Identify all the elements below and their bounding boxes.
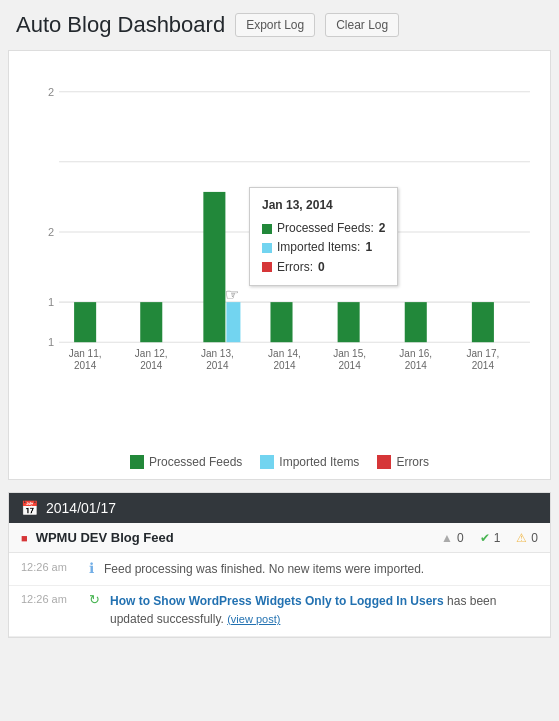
bar-jan11-processed — [74, 302, 96, 342]
svg-text:☞: ☞ — [225, 285, 239, 303]
post-link[interactable]: How to Show WordPress Widgets Only to Lo… — [110, 594, 444, 608]
bar-jan15-processed — [338, 302, 360, 342]
bar-jan12-processed — [140, 302, 162, 342]
errors-count: 0 — [531, 531, 538, 545]
svg-text:2014: 2014 — [140, 360, 163, 371]
view-post-link[interactable]: (view post) — [227, 613, 280, 625]
feed-toggle-button[interactable]: ■ — [21, 532, 28, 544]
page-header: Auto Blog Dashboard Export Log Clear Log — [0, 0, 559, 50]
arrow-up-icon: ▲ — [441, 531, 453, 545]
bar-jan17-processed — [472, 302, 494, 342]
tooltip-errors-row: Errors: 0 — [262, 258, 385, 277]
bar-jan13-processed[interactable] — [203, 192, 225, 342]
svg-text:2014: 2014 — [339, 360, 362, 371]
tooltip-processed-row: Processed Feeds: 2 — [262, 219, 385, 238]
svg-text:1: 1 — [48, 336, 54, 348]
svg-text:Jan 12,: Jan 12, — [135, 348, 168, 359]
tooltip-imported-label: Imported Items: — [277, 238, 360, 257]
svg-text:2014: 2014 — [405, 360, 428, 371]
tooltip-errors-label: Errors: — [277, 258, 313, 277]
svg-text:1: 1 — [48, 296, 54, 308]
legend-errors-box — [377, 455, 391, 469]
svg-text:Jan 14,: Jan 14, — [268, 348, 301, 359]
svg-text:2014: 2014 — [206, 360, 229, 371]
info-icon: ℹ — [89, 560, 94, 576]
legend-imported: Imported Items — [260, 455, 359, 469]
svg-text:Jan 13,: Jan 13, — [201, 348, 234, 359]
tooltip-errors-icon — [262, 262, 272, 272]
svg-text:Jan 15,: Jan 15, — [333, 348, 366, 359]
warning-triangle-icon: ⚠ — [516, 531, 527, 545]
log-text-2: How to Show WordPress Widgets Only to Lo… — [110, 592, 538, 628]
svg-text:2014: 2014 — [472, 360, 495, 371]
tooltip-processed-label: Processed Feeds: — [277, 219, 374, 238]
tooltip-errors-val: 0 — [318, 258, 325, 277]
legend-imported-label: Imported Items — [279, 455, 359, 469]
bar-jan16-processed — [405, 302, 427, 342]
log-date: 2014/01/17 — [46, 500, 116, 516]
svg-text:2014: 2014 — [273, 360, 296, 371]
svg-text:Jan 16,: Jan 16, — [399, 348, 432, 359]
log-time-2: 12:26 am — [21, 592, 79, 605]
stat-processed: ✔ 1 — [480, 531, 501, 545]
svg-text:2014: 2014 — [74, 360, 97, 371]
feed-name: WPMU DEV Blog Feed — [36, 530, 174, 545]
svg-text:Jan 17,: Jan 17, — [466, 348, 499, 359]
feed-row: ■ WPMU DEV Blog Feed ▲ 0 ✔ 1 ⚠ 0 — [9, 523, 550, 553]
feed-stats: ▲ 0 ✔ 1 ⚠ 0 — [441, 531, 538, 545]
imports-count: 0 — [457, 531, 464, 545]
tooltip-imported-val: 1 — [365, 238, 372, 257]
legend-errors: Errors — [377, 455, 429, 469]
log-section: 📅 2014/01/17 ■ WPMU DEV Blog Feed ▲ 0 ✔ … — [8, 492, 551, 638]
bar-jan13-imported[interactable] — [226, 302, 240, 342]
tooltip-imported-row: Imported Items: 1 — [262, 238, 385, 257]
svg-text:Jan 11,: Jan 11, — [69, 348, 102, 359]
chart-legend: Processed Feeds Imported Items Errors — [19, 455, 540, 469]
calendar-icon: 📅 — [21, 500, 38, 516]
clear-log-button[interactable]: Clear Log — [325, 13, 399, 37]
page-title: Auto Blog Dashboard — [16, 12, 225, 38]
chart-tooltip: Jan 13, 2014 Processed Feeds: 2 Imported… — [249, 187, 398, 286]
svg-text:2: 2 — [48, 86, 54, 98]
stat-imports: ▲ 0 — [441, 531, 464, 545]
tooltip-imported-icon — [262, 243, 272, 253]
stat-errors: ⚠ 0 — [516, 531, 538, 545]
refresh-icon: ↻ — [89, 592, 100, 607]
log-entry-1: 12:26 am ℹ Feed processing was finished.… — [9, 553, 550, 586]
chart-container: 2 2 1 1 Jan 11, 2014 Jan 12, 2014 — [8, 50, 551, 480]
feed-row-left: ■ WPMU DEV Blog Feed — [21, 530, 174, 545]
chart-area: 2 2 1 1 Jan 11, 2014 Jan 12, 2014 — [19, 67, 540, 447]
tooltip-processed-val: 2 — [379, 219, 386, 238]
log-time-1: 12:26 am — [21, 560, 79, 573]
svg-text:2: 2 — [48, 226, 54, 238]
log-text-1: Feed processing was finished. No new ite… — [104, 560, 538, 578]
legend-processed-label: Processed Feeds — [149, 455, 242, 469]
tooltip-date: Jan 13, 2014 — [262, 196, 385, 215]
legend-processed-box — [130, 455, 144, 469]
legend-errors-label: Errors — [396, 455, 429, 469]
check-circle-icon: ✔ — [480, 531, 490, 545]
export-log-button[interactable]: Export Log — [235, 13, 315, 37]
bar-jan14-processed — [270, 302, 292, 342]
legend-processed: Processed Feeds — [130, 455, 242, 469]
legend-imported-box — [260, 455, 274, 469]
tooltip-processed-icon — [262, 224, 272, 234]
log-entry-2: 12:26 am ↻ How to Show WordPress Widgets… — [9, 586, 550, 637]
processed-count: 1 — [494, 531, 501, 545]
log-date-header: 📅 2014/01/17 — [9, 493, 550, 523]
